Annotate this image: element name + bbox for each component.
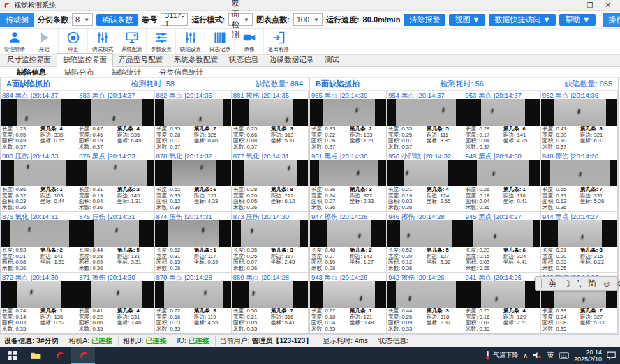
defect-cell[interactable]: 881 擦伤 |20:14:35 长度: 0.25第几条: 3宽度: 0.66距… bbox=[232, 91, 309, 151]
defect-cell[interactable]: 873 压伤 |20:14:30 长度: 0.35第几条: 3宽度: 0.25距… bbox=[232, 212, 309, 273]
ime-simplified-toggle[interactable]: 简 bbox=[588, 278, 596, 289]
defect-cell[interactable]: 872 黑点 |20:14:30 长度: 0.24第几条: 1宽度: 0.14距… bbox=[1, 273, 78, 333]
close-icon[interactable]: ✕ bbox=[599, 1, 617, 9]
defect-snapshot-image[interactable] bbox=[78, 281, 154, 308]
notification-center-icon[interactable] bbox=[607, 351, 616, 360]
defect-cell[interactable]: 878 氧化 |20:14:32 长度: 0.52第几条: 6宽度: 0.35距… bbox=[155, 151, 232, 212]
weather-tray-item[interactable]: 气温下降 bbox=[485, 351, 518, 360]
defect-cell[interactable]: 954 黑点 |20:14:37 长度: 0.35第几条: 5宽度: 0.25距… bbox=[387, 91, 464, 151]
help-menu-button[interactable]: 帮助 ▼ bbox=[559, 14, 596, 26]
main-tab-2[interactable]: 产品型号配置 bbox=[113, 54, 168, 66]
defect-snapshot-image[interactable] bbox=[78, 220, 154, 247]
inspection-app-taskbar-icon[interactable] bbox=[47, 347, 71, 364]
toolbar-button-log[interactable]: 日志记录 bbox=[205, 29, 235, 54]
defect-cell[interactable]: 869 黑点 |20:14:28 长度: 0.30第几条: 7宽度: 0.21距… bbox=[232, 273, 309, 333]
defect-snapshot-image[interactable] bbox=[464, 281, 540, 308]
defect-cell[interactable]: 871 擦伤 |20:14:30 长度: 0.41第几条: 4宽度: 0.22距… bbox=[78, 273, 154, 333]
defect-cell[interactable]: 949 黑点 |20:14:30 长度: 0.26第几条: 1宽度: 0.18距… bbox=[464, 151, 541, 212]
ime-settings-gear-icon[interactable]: ⚙ bbox=[617, 279, 620, 289]
file-explorer-icon[interactable] bbox=[24, 347, 47, 364]
defect-cell[interactable]: 950 小凹坑 |20:14:32 长度: 0.21第几条: 4宽度: 0.19… bbox=[387, 151, 464, 212]
defect-cell[interactable]: 884 黑点 |20:14:37 长度: 1.23第几条: 4宽度: 0.05距… bbox=[1, 91, 78, 151]
taskbar-clock[interactable]: 20:14 2025/2/10 bbox=[574, 349, 602, 363]
defect-snapshot-image[interactable] bbox=[1, 281, 77, 308]
defect-snapshot-image[interactable] bbox=[155, 160, 231, 186]
view-menu-button[interactable]: 视图 ▼ bbox=[449, 14, 485, 26]
defect-snapshot-image[interactable] bbox=[464, 160, 540, 186]
operator-side-button[interactable]: 操作侧 bbox=[603, 13, 620, 27]
defect-cell[interactable]: 880 压伤 |20:14:33 长度: 0.86第几条: 1宽度: 0.37距… bbox=[1, 151, 78, 212]
main-tab-0[interactable]: 尺寸监控界面 bbox=[1, 54, 57, 66]
confirm-count-button[interactable]: 确认条数 bbox=[96, 14, 138, 26]
language-indicator[interactable]: 英 bbox=[547, 350, 554, 361]
defect-snapshot-image[interactable] bbox=[310, 99, 386, 126]
defect-snapshot-image[interactable] bbox=[387, 220, 463, 247]
defect-cell[interactable]: 941 黑点 |20:14:26 长度: 0.25第几条: 4宽度: 0.16距… bbox=[464, 273, 541, 333]
chart-points-select[interactable]: 100▼ bbox=[293, 13, 323, 26]
tray-expand-icon[interactable]: ∧ bbox=[523, 352, 528, 359]
defect-snapshot-image[interactable] bbox=[232, 220, 308, 247]
sub-tab-3[interactable]: 分类信息统计 bbox=[159, 68, 203, 77]
clear-alarm-button[interactable]: 清除报警 bbox=[404, 14, 445, 26]
defect-snapshot-image[interactable] bbox=[78, 99, 154, 126]
defect-snapshot-image[interactable] bbox=[310, 160, 386, 186]
main-tab-6[interactable]: 测试 bbox=[319, 54, 345, 66]
defect-snapshot-image[interactable] bbox=[155, 220, 231, 247]
defect-cell[interactable]: 955 黑点 |20:14:39 长度: 0.33第几条: 2宽度: 0.22距… bbox=[310, 91, 387, 151]
defect-cell[interactable]: 879 黑点 |20:14:33 长度: 0.31第几条: 2宽度: 0.19距… bbox=[78, 151, 154, 212]
main-tab-1[interactable]: 缺陷监控界面 bbox=[57, 53, 113, 67]
defect-snapshot-image[interactable] bbox=[387, 281, 463, 308]
defect-cell[interactable]: 877 氧化 |20:14:31 长度: 0.28第几条: 8宽度: 0.20距… bbox=[232, 151, 309, 212]
defect-cell[interactable]: 951 黑点 |20:14:36 长度: 0.36第几条: 3宽度: 0.24距… bbox=[310, 151, 387, 212]
roll-number-input[interactable]: 3117-1 bbox=[161, 13, 188, 26]
toolbar-button-sliders-vertical[interactable]: 缺陷设置 bbox=[176, 29, 205, 54]
ime-drag-handle[interactable] bbox=[541, 279, 542, 288]
defect-snapshot-image[interactable] bbox=[541, 99, 617, 126]
defect-cell[interactable]: 952 黑点 |20:14:36 长度: 0.41第几条: 8宽度: 0.30距… bbox=[541, 91, 618, 151]
defect-snapshot-image[interactable] bbox=[232, 281, 308, 308]
maximize-icon[interactable]: ❐ bbox=[581, 1, 599, 9]
toolbar-button-monitor[interactable]: 系统配置 bbox=[117, 29, 147, 54]
main-tab-3[interactable]: 系统参数配置 bbox=[168, 54, 223, 66]
toolbar-button-tune-vertical[interactable]: 调试模式 bbox=[88, 29, 117, 54]
main-tab-5[interactable]: 边缘数据记录 bbox=[264, 54, 319, 66]
defect-snapshot-image[interactable] bbox=[1, 99, 77, 126]
defect-snapshot-image[interactable] bbox=[155, 281, 231, 308]
sub-tab-0[interactable]: 缺陷信息 bbox=[17, 68, 46, 77]
defect-cell[interactable]: 875 压伤 |20:14:31 长度: 0.44第几条: 5宽度: 0.28距… bbox=[78, 212, 154, 273]
split-count-select[interactable]: 8▼ bbox=[72, 13, 93, 26]
toolbar-button-sliders-horizontal[interactable]: 参数设置 bbox=[147, 29, 176, 54]
defect-snapshot-image[interactable] bbox=[310, 281, 386, 308]
defect-snapshot-image[interactable] bbox=[310, 220, 386, 247]
ime-lang-toggle[interactable]: 英 bbox=[549, 278, 557, 289]
defect-cell[interactable]: 874 压伤 |20:14:31 长度: 0.62第几条: 1宽度: 0.31距… bbox=[155, 212, 232, 273]
defect-cell[interactable]: 882 黑点 |20:14:35 长度: 0.35第几条: 7宽度: 0.28距… bbox=[155, 91, 232, 151]
minimize-icon[interactable]: – bbox=[563, 1, 581, 9]
inspection-app-taskbar-icon-active[interactable] bbox=[71, 347, 95, 364]
defect-cell[interactable]: 943 黑点 |20:14:26 长度: 0.27第几条: 1宽度: 0.18距… bbox=[310, 273, 387, 333]
defect-snapshot-image[interactable] bbox=[78, 160, 154, 186]
defect-snapshot-image[interactable] bbox=[541, 220, 617, 247]
defect-cell[interactable]: 876 氧化 |20:14:31 长度: 0.53第几条: 2宽度: 0.21距… bbox=[1, 212, 78, 273]
defect-snapshot-image[interactable] bbox=[232, 160, 308, 186]
ime-emoji-icon[interactable]: ☺ bbox=[603, 279, 611, 289]
toolbar-button-video-camera[interactable]: 录像 bbox=[235, 29, 264, 54]
toolbar-button-exit-door[interactable]: 退出程序 bbox=[264, 29, 293, 54]
defect-snapshot-image[interactable] bbox=[541, 160, 617, 186]
ime-language-bar[interactable]: 英 ☽ ’, 简 ☺ ⚙ bbox=[535, 276, 617, 291]
toolbar-button-user[interactable]: 管理登录 bbox=[0, 29, 29, 54]
ime-fullhalf-moon-icon[interactable]: ☽ bbox=[563, 279, 571, 289]
toolbar-button-play[interactable]: 开始 bbox=[29, 29, 59, 54]
main-tab-4[interactable]: 状态信息 bbox=[223, 54, 264, 66]
ime-keyboard-icon[interactable] bbox=[559, 352, 569, 359]
defect-cell[interactable]: 944 黑点 |20:14:27 长度: 0.31第几条: 8宽度: 0.20距… bbox=[541, 212, 618, 273]
defect-cell[interactable]: 945 黑点 |20:14:27 长度: 0.23第几条: 6宽度: 0.15距… bbox=[464, 212, 541, 273]
defect-cell[interactable]: 942 擦伤 |20:14:26 长度: 0.44第几条: 3宽度: 0.26距… bbox=[387, 273, 464, 333]
defect-cell[interactable]: 953 黑点 |20:14:37 长度: 0.28第几条: 6宽度: 0.17距… bbox=[464, 91, 541, 151]
defect-snapshot-image[interactable] bbox=[464, 220, 540, 247]
defect-snapshot-image[interactable] bbox=[387, 99, 463, 126]
defect-snapshot-image[interactable] bbox=[1, 160, 77, 186]
run-mode-select[interactable]: 双面检测▼ bbox=[228, 13, 253, 26]
drive-side-button[interactable]: 传动侧 bbox=[0, 13, 34, 27]
ime-punctuation-icon[interactable]: ’, bbox=[577, 279, 582, 289]
